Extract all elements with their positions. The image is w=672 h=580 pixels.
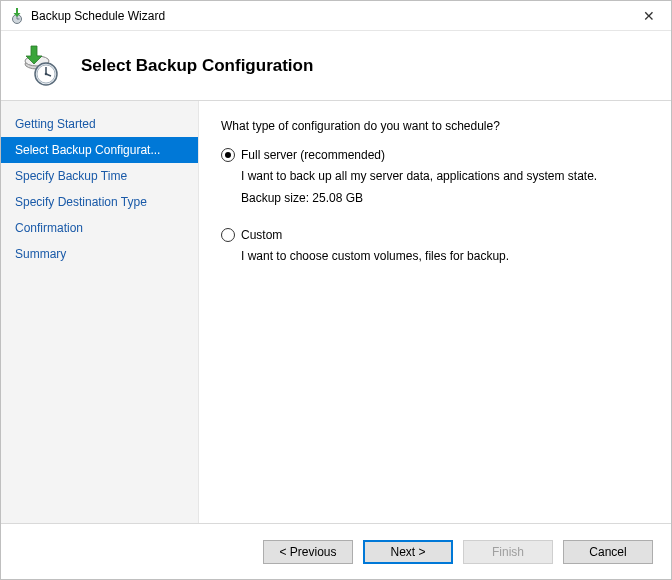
option-full-server-size: Backup size: 25.08 GB — [241, 189, 649, 207]
sidebar-step-confirmation[interactable]: Confirmation — [1, 215, 198, 241]
radio-full-server[interactable] — [221, 148, 235, 162]
app-icon — [9, 8, 25, 24]
option-full-server[interactable]: Full server (recommended) — [221, 147, 649, 163]
option-custom-label: Custom — [241, 227, 282, 243]
config-question: What type of configuration do you want t… — [221, 119, 649, 133]
body: Getting Started Select Backup Configurat… — [1, 101, 671, 523]
option-custom-desc: I want to choose custom volumes, files f… — [241, 247, 649, 265]
radio-custom[interactable] — [221, 228, 235, 242]
sidebar-step-specify-destination-type[interactable]: Specify Destination Type — [1, 189, 198, 215]
wizard-window: Backup Schedule Wizard ✕ Select Backup C… — [0, 0, 672, 580]
sidebar-step-getting-started[interactable]: Getting Started — [1, 111, 198, 137]
sidebar-step-specify-backup-time[interactable]: Specify Backup Time — [1, 163, 198, 189]
svg-point-9 — [45, 72, 48, 75]
window-title: Backup Schedule Wizard — [31, 9, 627, 23]
content-pane: What type of configuration do you want t… — [199, 101, 671, 523]
footer: < Previous Next > Finish Cancel — [1, 523, 671, 579]
next-button[interactable]: Next > — [363, 540, 453, 564]
sidebar: Getting Started Select Backup Configurat… — [1, 101, 199, 523]
header: Select Backup Configuration — [1, 31, 671, 101]
option-full-server-label: Full server (recommended) — [241, 147, 385, 163]
sidebar-step-summary[interactable]: Summary — [1, 241, 198, 267]
sidebar-step-select-backup-config[interactable]: Select Backup Configurat... — [1, 137, 198, 163]
cancel-button[interactable]: Cancel — [563, 540, 653, 564]
option-full-server-desc: I want to back up all my server data, ap… — [241, 167, 649, 185]
titlebar: Backup Schedule Wizard ✕ — [1, 1, 671, 31]
close-button[interactable]: ✕ — [627, 1, 671, 31]
finish-button: Finish — [463, 540, 553, 564]
backup-schedule-icon — [15, 42, 63, 90]
option-custom[interactable]: Custom — [221, 227, 649, 243]
previous-button[interactable]: < Previous — [263, 540, 353, 564]
page-title: Select Backup Configuration — [81, 56, 313, 76]
close-icon: ✕ — [643, 8, 655, 24]
